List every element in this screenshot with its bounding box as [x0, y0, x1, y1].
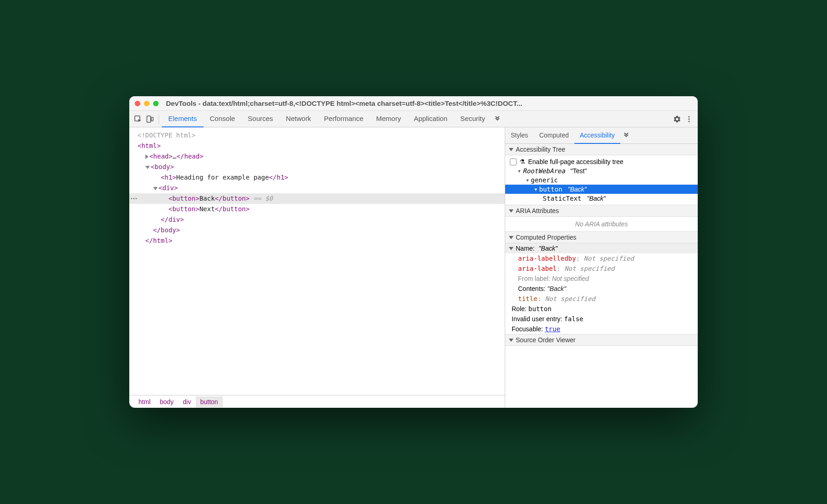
breadcrumb-button[interactable]: button — [196, 396, 223, 407]
minimize-window-button[interactable] — [144, 101, 149, 106]
prop-aria-labelledby: aria-labelledby: Not specified — [505, 253, 698, 263]
a11y-tree-root[interactable]: ▾RootWebArea "Test" — [505, 166, 698, 175]
toolbar-divider — [159, 114, 159, 124]
content-area: <!DOCTYPE html> <html> <head>…</head> <b… — [129, 127, 698, 408]
traffic-lights — [135, 101, 159, 106]
titlebar: DevTools - data:text/html;charset=utf-8,… — [129, 96, 698, 111]
selected-dom-node[interactable]: <button>Back</button> == $0 — [129, 193, 505, 204]
aria-attributes-header[interactable]: ARIA Attributes — [505, 205, 698, 217]
device-toolbar-icon[interactable] — [144, 113, 156, 125]
tab-memory[interactable]: Memory — [370, 111, 408, 127]
svg-point-3 — [689, 116, 690, 117]
prop-from-label: From label: Not specified — [505, 274, 698, 284]
dom-tree[interactable]: <!DOCTYPE html> <html> <head>…</head> <b… — [129, 127, 505, 395]
chevron-down-icon — [509, 236, 513, 239]
more-tabs-icon[interactable] — [491, 113, 503, 125]
elements-panel: <!DOCTYPE html> <html> <head>…</head> <b… — [129, 127, 505, 408]
settings-icon[interactable] — [671, 113, 683, 125]
chevron-down-icon — [509, 209, 513, 213]
tab-elements[interactable]: Elements — [162, 111, 204, 127]
a11y-tree-button-selected[interactable]: ▾button "Back" — [505, 185, 698, 194]
tab-security[interactable]: Security — [454, 111, 491, 127]
computed-name-row[interactable]: Name: "Back" — [505, 243, 698, 253]
sidebar-panel: Styles Computed Accessibility Accessibil… — [505, 127, 698, 408]
computed-properties-header[interactable]: Computed Properties — [505, 231, 698, 243]
prop-invalid: Invalid user entry: false — [505, 314, 698, 324]
more-sidebar-tabs-icon[interactable] — [620, 130, 632, 142]
main-toolbar: Elements Console Sources Network Perform… — [129, 111, 698, 127]
expand-icon[interactable] — [145, 154, 149, 159]
tab-performance[interactable]: Performance — [318, 111, 370, 127]
breadcrumb-div[interactable]: div — [178, 396, 196, 407]
svg-rect-2 — [151, 117, 153, 121]
tab-application[interactable]: Application — [408, 111, 454, 127]
chevron-down-icon — [509, 247, 513, 250]
enable-full-tree-row[interactable]: ⚗ Enable full-page accessibility tree — [505, 157, 698, 166]
svg-point-4 — [689, 118, 690, 120]
inspect-icon[interactable] — [132, 113, 144, 125]
chevron-down-icon — [509, 339, 513, 342]
collapse-icon[interactable] — [153, 187, 158, 190]
chevron-down-icon — [509, 148, 513, 151]
flask-icon: ⚗ — [519, 158, 525, 165]
tab-accessibility[interactable]: Accessibility — [574, 127, 620, 144]
a11y-tree-header[interactable]: Accessibility Tree — [505, 144, 698, 155]
collapse-icon[interactable] — [145, 166, 150, 169]
breadcrumb: html body div button — [129, 395, 505, 408]
breadcrumb-html[interactable]: html — [134, 396, 155, 407]
devtools-window: DevTools - data:text/html;charset=utf-8,… — [129, 96, 698, 408]
prop-role: Role: button — [505, 304, 698, 314]
accessibility-panel: Accessibility Tree ⚗ Enable full-page ac… — [505, 144, 698, 408]
a11y-tree-static-text[interactable]: StaticText "Back" — [505, 194, 698, 203]
source-order-header[interactable]: Source Order Viewer — [505, 334, 698, 346]
prop-contents: Contents: "Back" — [505, 284, 698, 294]
tab-sources[interactable]: Sources — [242, 111, 280, 127]
prop-title: title: Not specified — [505, 294, 698, 304]
enable-full-tree-checkbox[interactable] — [510, 159, 517, 165]
tab-console[interactable]: Console — [204, 111, 242, 127]
maximize-window-button[interactable] — [153, 101, 159, 106]
svg-rect-1 — [147, 116, 151, 122]
tab-computed[interactable]: Computed — [534, 127, 574, 144]
svg-point-5 — [689, 121, 690, 122]
prop-aria-label: aria-label: Not specified — [505, 263, 698, 274]
kebab-menu-icon[interactable] — [683, 113, 695, 125]
no-aria-message: No ARIA attributes — [505, 217, 698, 231]
prop-focusable: Focusable: true — [505, 324, 698, 334]
window-title: DevTools - data:text/html;charset=utf-8,… — [166, 99, 692, 107]
tab-network[interactable]: Network — [280, 111, 318, 127]
enable-full-tree-label: Enable full-page accessibility tree — [528, 158, 623, 165]
tab-styles[interactable]: Styles — [505, 127, 534, 144]
breadcrumb-body[interactable]: body — [155, 396, 178, 407]
doctype: <!DOCTYPE html> — [138, 131, 195, 139]
a11y-tree-generic[interactable]: ▾generic — [505, 175, 698, 185]
sidebar-tabs: Styles Computed Accessibility — [505, 127, 698, 144]
close-window-button[interactable] — [135, 101, 140, 106]
